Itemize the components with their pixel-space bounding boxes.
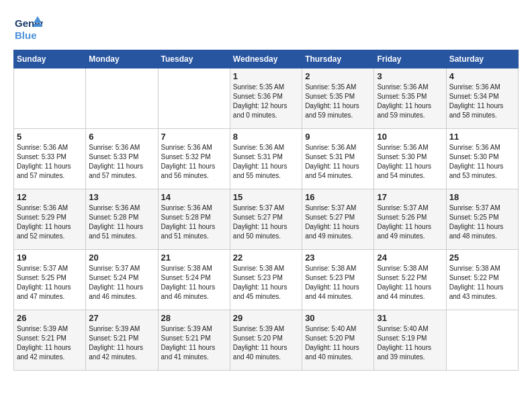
day-info: Sunrise: 5:36 AMSunset: 5:30 PMDaylight:… (377, 143, 443, 181)
week-row-3: 12Sunrise: 5:36 AMSunset: 5:29 PMDayligh… (14, 189, 519, 250)
day-number: 17 (377, 192, 443, 202)
day-info: Sunrise: 5:36 AMSunset: 5:35 PMDaylight:… (377, 83, 443, 120)
day-number: 8 (233, 132, 299, 142)
day-info: Sunrise: 5:38 AMSunset: 5:24 PMDaylight:… (161, 264, 227, 302)
day-info: Sunrise: 5:37 AMSunset: 5:25 PMDaylight:… (449, 203, 515, 241)
calendar-cell: 14Sunrise: 5:36 AMSunset: 5:28 PMDayligh… (158, 189, 230, 250)
weekday-header-row: SundayMondayTuesdayWednesdayThursdayFrid… (14, 50, 519, 68)
calendar-cell: 24Sunrise: 5:38 AMSunset: 5:22 PMDayligh… (374, 250, 446, 310)
day-number: 20 (89, 253, 154, 263)
logo-graphic: General Blue (13, 13, 43, 43)
logo-svg: General Blue (13, 13, 43, 43)
day-number: 9 (305, 132, 371, 142)
day-info: Sunrise: 5:37 AMSunset: 5:27 PMDaylight:… (233, 203, 299, 241)
svg-marker-2 (34, 24, 42, 27)
day-info: Sunrise: 5:37 AMSunset: 5:26 PMDaylight:… (377, 203, 443, 241)
day-number: 24 (377, 253, 443, 263)
day-number: 23 (305, 253, 371, 263)
calendar-cell: 5Sunrise: 5:36 AMSunset: 5:33 PMDaylight… (14, 129, 86, 189)
calendar-table: SundayMondayTuesdayWednesdayThursdayFrid… (13, 50, 519, 371)
day-number: 22 (233, 253, 299, 263)
calendar-cell: 1Sunrise: 5:35 AMSunset: 5:36 PMDaylight… (230, 68, 302, 129)
calendar-cell: 23Sunrise: 5:38 AMSunset: 5:23 PMDayligh… (302, 250, 374, 310)
day-number: 15 (233, 192, 299, 202)
day-number: 11 (449, 132, 515, 142)
day-info: Sunrise: 5:35 AMSunset: 5:35 PMDaylight:… (305, 83, 371, 120)
day-number: 25 (449, 253, 515, 263)
day-info: Sunrise: 5:36 AMSunset: 5:33 PMDaylight:… (17, 143, 83, 181)
day-number: 27 (89, 313, 154, 323)
day-number: 19 (17, 253, 83, 263)
day-info: Sunrise: 5:38 AMSunset: 5:22 PMDaylight:… (449, 264, 515, 302)
calendar-cell (446, 310, 518, 371)
calendar-cell (14, 68, 86, 129)
day-number: 26 (17, 313, 83, 323)
day-number: 1 (233, 71, 299, 81)
logo-container: General Blue (13, 13, 43, 43)
weekday-header-saturday: Saturday (446, 50, 518, 68)
calendar-cell: 8Sunrise: 5:36 AMSunset: 5:31 PMDaylight… (230, 129, 302, 189)
calendar-cell: 22Sunrise: 5:38 AMSunset: 5:23 PMDayligh… (230, 250, 302, 310)
calendar-cell: 3Sunrise: 5:36 AMSunset: 5:35 PMDaylight… (374, 68, 446, 129)
week-row-2: 5Sunrise: 5:36 AMSunset: 5:33 PMDaylight… (14, 129, 519, 189)
day-number: 29 (233, 313, 299, 323)
calendar-cell: 18Sunrise: 5:37 AMSunset: 5:25 PMDayligh… (446, 189, 518, 250)
day-info: Sunrise: 5:36 AMSunset: 5:30 PMDaylight:… (449, 143, 515, 181)
day-info: Sunrise: 5:39 AMSunset: 5:20 PMDaylight:… (233, 324, 299, 362)
weekday-header-wednesday: Wednesday (230, 50, 302, 68)
weekday-header-thursday: Thursday (302, 50, 374, 68)
weekday-header-tuesday: Tuesday (158, 50, 230, 68)
day-number: 12 (17, 192, 83, 202)
day-info: Sunrise: 5:40 AMSunset: 5:20 PMDaylight:… (305, 324, 371, 362)
weekday-header-sunday: Sunday (14, 50, 86, 68)
day-info: Sunrise: 5:40 AMSunset: 5:19 PMDaylight:… (377, 324, 443, 362)
week-row-4: 19Sunrise: 5:37 AMSunset: 5:25 PMDayligh… (14, 250, 519, 310)
calendar-cell: 6Sunrise: 5:36 AMSunset: 5:33 PMDaylight… (86, 129, 158, 189)
day-info: Sunrise: 5:37 AMSunset: 5:27 PMDaylight:… (305, 203, 371, 241)
day-number: 5 (17, 132, 83, 142)
day-number: 31 (377, 313, 443, 323)
calendar-cell: 19Sunrise: 5:37 AMSunset: 5:25 PMDayligh… (14, 250, 86, 310)
calendar-cell: 17Sunrise: 5:37 AMSunset: 5:26 PMDayligh… (374, 189, 446, 250)
week-row-1: 1Sunrise: 5:35 AMSunset: 5:36 PMDaylight… (14, 68, 519, 129)
day-info: Sunrise: 5:39 AMSunset: 5:21 PMDaylight:… (89, 324, 154, 362)
calendar-cell: 20Sunrise: 5:37 AMSunset: 5:24 PMDayligh… (86, 250, 158, 310)
day-number: 10 (377, 132, 443, 142)
day-info: Sunrise: 5:36 AMSunset: 5:34 PMDaylight:… (449, 83, 515, 120)
week-row-5: 26Sunrise: 5:39 AMSunset: 5:21 PMDayligh… (14, 310, 519, 371)
calendar-cell: 12Sunrise: 5:36 AMSunset: 5:29 PMDayligh… (14, 189, 86, 250)
logo: General Blue (13, 13, 43, 43)
day-info: Sunrise: 5:38 AMSunset: 5:23 PMDaylight:… (305, 264, 371, 302)
calendar-cell: 7Sunrise: 5:36 AMSunset: 5:32 PMDaylight… (158, 129, 230, 189)
calendar-cell: 26Sunrise: 5:39 AMSunset: 5:21 PMDayligh… (14, 310, 86, 371)
day-info: Sunrise: 5:36 AMSunset: 5:28 PMDaylight:… (161, 203, 227, 241)
calendar-cell: 31Sunrise: 5:40 AMSunset: 5:19 PMDayligh… (374, 310, 446, 371)
calendar-cell (86, 68, 158, 129)
day-info: Sunrise: 5:36 AMSunset: 5:31 PMDaylight:… (233, 143, 299, 181)
day-number: 3 (377, 71, 443, 81)
calendar-cell: 13Sunrise: 5:36 AMSunset: 5:28 PMDayligh… (86, 189, 158, 250)
day-number: 21 (161, 253, 227, 263)
calendar-cell: 2Sunrise: 5:35 AMSunset: 5:35 PMDaylight… (302, 68, 374, 129)
day-info: Sunrise: 5:36 AMSunset: 5:32 PMDaylight:… (161, 143, 227, 181)
day-number: 13 (89, 192, 154, 202)
weekday-header-monday: Monday (86, 50, 158, 68)
header: General Blue (13, 13, 519, 43)
calendar-cell: 16Sunrise: 5:37 AMSunset: 5:27 PMDayligh… (302, 189, 374, 250)
day-info: Sunrise: 5:37 AMSunset: 5:25 PMDaylight:… (17, 264, 83, 302)
calendar-cell: 28Sunrise: 5:39 AMSunset: 5:21 PMDayligh… (158, 310, 230, 371)
day-number: 7 (161, 132, 227, 142)
calendar-cell: 27Sunrise: 5:39 AMSunset: 5:21 PMDayligh… (86, 310, 158, 371)
day-number: 30 (305, 313, 371, 323)
day-info: Sunrise: 5:39 AMSunset: 5:21 PMDaylight:… (17, 324, 83, 362)
weekday-header-friday: Friday (374, 50, 446, 68)
day-info: Sunrise: 5:36 AMSunset: 5:29 PMDaylight:… (17, 203, 83, 241)
day-number: 2 (305, 71, 371, 81)
day-info: Sunrise: 5:36 AMSunset: 5:28 PMDaylight:… (89, 203, 154, 241)
calendar-cell: 11Sunrise: 5:36 AMSunset: 5:30 PMDayligh… (446, 129, 518, 189)
day-info: Sunrise: 5:39 AMSunset: 5:21 PMDaylight:… (161, 324, 227, 362)
svg-text:Blue: Blue (15, 30, 37, 41)
day-info: Sunrise: 5:36 AMSunset: 5:31 PMDaylight:… (305, 143, 371, 181)
day-info: Sunrise: 5:37 AMSunset: 5:24 PMDaylight:… (89, 264, 154, 302)
day-info: Sunrise: 5:38 AMSunset: 5:22 PMDaylight:… (377, 264, 443, 302)
